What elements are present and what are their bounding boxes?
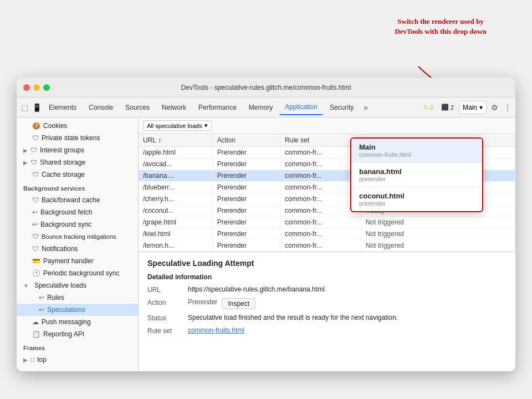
renderer-coconut-label: coconut.html <box>359 192 474 200</box>
sidebar-item-payment[interactable]: 💳 Payment handler <box>17 255 138 267</box>
background-fetch-icon: ↩ <box>32 208 38 216</box>
ruleset-value[interactable]: common-fruits.html <box>188 326 244 334</box>
table-row[interactable]: /kiwi.html Prerender common-fr... Not tr… <box>139 228 515 240</box>
inspect-button[interactable]: Inspect <box>222 298 255 309</box>
sidebar-item-top[interactable]: ▶ □ top <box>17 354 138 366</box>
renderer-main-label: Main <box>359 143 474 151</box>
tab-memory[interactable]: Memory <box>243 100 278 115</box>
ruleset-cell: common-fr... <box>280 170 361 182</box>
tab-security[interactable]: Security <box>324 100 359 115</box>
private-state-tokens-icon: 🛡 <box>32 134 39 142</box>
sidebar-item-periodic-sync[interactable]: 🕐 Periodic background sync <box>17 267 138 279</box>
more-tabs-icon[interactable]: » <box>360 102 371 113</box>
renderer-item-coconut[interactable]: coconut.html prerender <box>351 187 482 211</box>
renderer-popup: Main common-fruits.html banana.html prer… <box>350 137 483 212</box>
sidebar-item-push-messaging[interactable]: ☁ Push messaging <box>17 316 138 328</box>
tab-network[interactable]: Network <box>156 100 192 115</box>
sidebar-item-background-sync[interactable]: ↩ Background sync <box>17 218 138 231</box>
url-cell: /banana.... <box>139 170 212 182</box>
table-row[interactable]: /grape.html Prerender common-fr... Not t… <box>139 217 515 228</box>
url-cell: /coconut... <box>139 205 212 217</box>
sidebar-item-reporting-api[interactable]: 📋 Reporting API <box>17 328 138 340</box>
sidebar-item-shared-storage[interactable]: ▶ 🛡 Shared storage <box>17 156 138 168</box>
expand-arrow-icon: ▶ <box>23 147 28 154</box>
ruleset-cell: common-fr... <box>280 182 361 193</box>
frame-icon: □ <box>30 356 34 364</box>
payment-icon: 💳 <box>32 257 40 265</box>
warning-badge: ⚠ 2 <box>420 103 436 112</box>
renderer-banana-label: banana.html <box>359 167 474 176</box>
speculations-icon: ↩ <box>39 306 44 314</box>
device-toolbar-icon[interactable]: 📱 <box>31 102 42 113</box>
error-badge: ⬛ 2 <box>438 103 457 112</box>
col-ruleset[interactable]: Rule set <box>280 134 361 147</box>
sidebar-item-bounce-tracking[interactable]: 🛡 Bounce tracking mitigations <box>17 231 138 243</box>
dropdown-arrow-icon: ▾ <box>204 122 208 129</box>
status-cell: Not triggered <box>366 242 404 249</box>
more-options-icon[interactable]: ⋮ <box>502 102 513 113</box>
tab-console[interactable]: Console <box>83 100 119 115</box>
detail-panel: Speculative Loading Attempt Detailed inf… <box>139 252 515 346</box>
ruleset-cell: common-fr... <box>280 193 361 205</box>
col-url[interactable]: URL ↕ <box>139 134 212 147</box>
background-services-header: Background services <box>17 181 138 194</box>
ruleset-cell: common-fr... <box>280 205 361 217</box>
browser-window: DevTools - speculative-rules.glitch.me/c… <box>17 78 515 371</box>
action-cell: Prerender <box>212 228 280 240</box>
sidebar-item-cache-storage[interactable]: 🛡 Cache storage <box>17 168 138 181</box>
cache-storage-icon: 🛡 <box>32 171 39 178</box>
url-cell: /avocad... <box>139 158 212 170</box>
tab-application[interactable]: Application <box>279 100 323 115</box>
sidebar: 🍪 Cookies 🛡 Private state tokens ▶ 🛡 Int… <box>17 117 139 371</box>
annotation-top-right: Switch the renderer used byDevTools with… <box>380 17 502 37</box>
sidebar-item-backforward[interactable]: 🛡 Back/forward cache <box>17 194 138 206</box>
sidebar-item-cookies[interactable]: 🍪 Cookies <box>17 120 138 132</box>
action-cell: Prerender <box>212 240 280 252</box>
rules-icon: ↩ <box>39 294 44 301</box>
interest-groups-icon: 🛡 <box>30 146 37 154</box>
sidebar-item-speculations[interactable]: ↩ Speculations <box>17 304 138 316</box>
url-cell: /kiwi.html <box>139 228 212 240</box>
cookies-icon: 🍪 <box>32 122 40 130</box>
sidebar-item-rules[interactable]: ↩ Rules <box>17 291 138 304</box>
status-cell-td: Not triggered <box>361 228 515 240</box>
reporting-api-icon: 📋 <box>32 330 40 338</box>
col-action[interactable]: Action <box>212 134 280 147</box>
sidebar-item-background-fetch[interactable]: ↩ Background fetch <box>17 206 138 218</box>
tab-sources[interactable]: Sources <box>120 100 155 115</box>
frames-header: Frames <box>17 340 138 354</box>
url-cell: /apple.html <box>139 147 212 158</box>
filter-dropdown[interactable]: All speculative loads ▾ <box>143 120 212 131</box>
table-row[interactable]: /lemon.h... Prerender common-fr... Not t… <box>139 240 515 252</box>
minimize-button[interactable] <box>33 84 40 91</box>
close-button[interactable] <box>23 84 30 91</box>
ruleset-cell: common-fr... <box>280 158 361 170</box>
status-cell-td: Not triggered <box>361 240 515 252</box>
maximize-button[interactable] <box>43 84 50 91</box>
renderer-dropdown[interactable]: Main ▾ <box>459 101 487 114</box>
expand-arrow-icon-2: ▶ <box>23 160 28 166</box>
tab-performance[interactable]: Performance <box>193 100 242 115</box>
title-bar: DevTools - speculative-rules.glitch.me/c… <box>17 78 515 98</box>
detail-url-row: URL https://speculative-rules.glitch.me/… <box>147 285 507 294</box>
url-cell: /blueberr... <box>139 182 212 193</box>
sidebar-item-interest-groups[interactable]: ▶ 🛡 Interest groups <box>17 144 138 156</box>
settings-icon[interactable]: ⚙ <box>489 102 500 113</box>
renderer-item-banana[interactable]: banana.html prerender <box>351 163 482 187</box>
backforward-icon: 🛡 <box>32 196 39 204</box>
tab-elements[interactable]: Elements <box>43 100 82 115</box>
shared-storage-icon: 🛡 <box>30 158 37 166</box>
renderer-item-main[interactable]: Main common-fruits.html <box>351 139 482 163</box>
sidebar-item-speculative-loads[interactable]: ▼ Speculative loads <box>17 279 138 291</box>
sidebar-item-private-state-tokens[interactable]: 🛡 Private state tokens <box>17 132 138 144</box>
detail-subtitle: Detailed information <box>147 273 507 281</box>
sidebar-item-notifications[interactable]: 🛡 Notifications <box>17 243 138 255</box>
window-controls <box>23 84 50 91</box>
main-panel: All speculative loads ▾ URL ↕ Action Rul… <box>139 117 515 371</box>
action-cell: Prerender <box>212 205 280 217</box>
url-cell: /grape.html <box>139 217 212 228</box>
inspect-element-icon[interactable]: ⬚ <box>19 102 30 113</box>
url-cell: /lemon.h... <box>139 240 212 252</box>
background-sync-icon: ↩ <box>32 221 38 228</box>
status-value: Speculative load finished and the result… <box>188 314 398 321</box>
